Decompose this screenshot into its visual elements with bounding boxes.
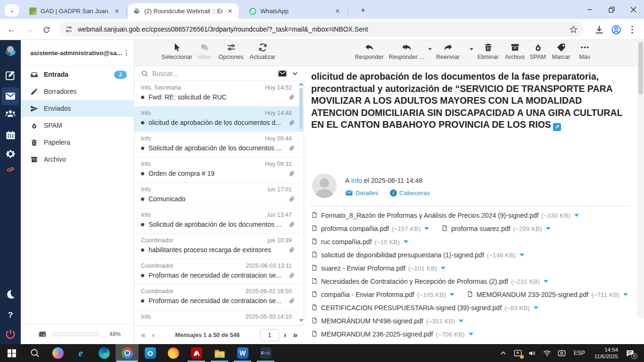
tray-window-notification-icon[interactable] [513, 349, 522, 358]
attachment-item[interactable]: Formato_8_Razón de Proformas y Análisis … [311, 212, 579, 220]
attachment-menu-caret-icon[interactable] [459, 320, 463, 322]
help-icon[interactable]: ? [0, 310, 21, 320]
attachment-name[interactable]: ruc compañia.pdf [321, 238, 372, 246]
attachment-menu-caret-icon[interactable] [534, 306, 538, 309]
mail-list-item[interactable]: Info2025-05-30 14:10 [134, 310, 304, 325]
message-scroll-thumb[interactable] [638, 42, 643, 95]
browser-tab-roundcube[interactable]: (2) Roundcube Webmail :: Envia✕ [128, 3, 239, 19]
sidebar-item-borradores[interactable]: Borradores [21, 83, 134, 100]
next-page-button[interactable]: › [284, 330, 287, 340]
attachment-item[interactable]: MEMORANDUM 233-2025-signed.pdf(~711 KB) [467, 291, 628, 299]
sidebar-item-spam[interactable]: SPAM [21, 117, 134, 134]
mail-list-item[interactable]: Coordinador2025-06-03 13:11Proformas de … [134, 259, 304, 285]
attachment-menu-caret-icon[interactable] [469, 333, 473, 336]
forward-button[interactable]: → [24, 24, 35, 35]
tray-clock[interactable]: 14:54 11/6/2025 [594, 346, 618, 360]
first-page-button[interactable]: « [141, 330, 145, 340]
recipient-link[interactable]: Info [351, 177, 362, 184]
taskbar-edge-icon[interactable] [92, 344, 116, 362]
msg-toolbar-forward-button[interactable]: Reenviar [428, 42, 468, 60]
attachment-menu-caret-icon[interactable] [520, 254, 524, 256]
attachment-item[interactable]: ruc compañia.pdf(~10 KB) [311, 238, 408, 246]
bookmark-star-icon[interactable] [569, 25, 578, 34]
search-scope-mail-icon[interactable] [278, 69, 287, 78]
taskbar-acrobat-icon[interactable] [185, 344, 208, 362]
browser-menu-icon[interactable] [627, 25, 637, 35]
sidebar-item-entrada[interactable]: Entrada2 [21, 66, 134, 83]
attachment-item[interactable]: solicitud de disponibilidad presupuestar… [311, 251, 524, 259]
tray-language[interactable]: ESP [574, 350, 585, 356]
list-scrollbar-bottom[interactable] [299, 319, 303, 322]
new-tab-button[interactable]: + [357, 5, 369, 17]
contacts-icon[interactable] [0, 108, 21, 119]
address-bar[interactable]: webmail.sanjuan.gob.ec/cpsess0865726561/… [59, 22, 584, 37]
attachment-menu-caret-icon[interactable] [424, 227, 429, 230]
calendar-icon[interactable] [0, 130, 21, 140]
compose-icon[interactable] [0, 70, 21, 81]
restore-button[interactable] [601, 0, 622, 19]
account-menu-icon[interactable]: ⋮ [123, 52, 130, 54]
attachment-name[interactable]: CERTIFICACION PRESUPUESTARIA-signed (39)… [321, 304, 502, 312]
msg-toolbar-reply-button[interactable]: Responder [349, 42, 389, 60]
mail-list-item[interactable]: InfoHoy 14:48olicitud de aprobación de l… [134, 107, 304, 132]
profile-avatar-icon[interactable] [611, 25, 621, 35]
list-toolbar-opciones-button[interactable]: Opciones [215, 42, 247, 60]
attachment-name[interactable]: compañia - Enviar Proforma.pdf [321, 291, 414, 298]
tray-notifications-icon[interactable]: 5 [626, 349, 635, 358]
message-scrollbar[interactable] [637, 40, 644, 318]
open-in-new-window-icon[interactable]: ↗ [553, 123, 561, 131]
tab-close-icon[interactable]: ✕ [113, 8, 121, 15]
taskbar-start-icon[interactable] [0, 344, 23, 362]
tray-wifi-icon[interactable] [543, 349, 552, 358]
mail-list-item[interactable]: InfoHoy 09:31Orden de compra # 19 [134, 157, 304, 183]
attachment-name[interactable]: MEMORANDUM 233-2025-signed.pdf [477, 291, 588, 298]
attachment-name[interactable]: solicitud de disponibilidad presupuestar… [321, 251, 484, 259]
reload-button[interactable] [41, 24, 52, 35]
attachment-name[interactable]: proforma compañia.pdf [321, 225, 389, 232]
browser-tab-gad[interactable]: GAD | GADPR San Juan |✕ [25, 3, 125, 19]
msg-toolbar-replyall-button[interactable]: Responder ... [387, 42, 426, 60]
logout-power-icon[interactable] [0, 329, 21, 340]
taskbar-firefox-icon[interactable] [162, 344, 185, 362]
mail-list-item[interactable]: Coordinador2025-06-02 16:50Proformas de … [134, 285, 304, 310]
tray-screen-share-icon[interactable] [557, 349, 566, 358]
attachment-item[interactable]: Necesidades de Contratación y Recepción … [311, 278, 548, 286]
taskbar-copilot-icon[interactable] [46, 344, 69, 362]
attachment-menu-caret-icon[interactable] [546, 227, 551, 230]
attachment-item[interactable]: MEMORANDUM 236-2025-signed.pdf(~706 KB) [311, 330, 473, 338]
headers-link[interactable]: Cabeceras [399, 189, 430, 197]
page-number-input[interactable] [260, 329, 279, 341]
attachment-name[interactable]: MEMORANDUM 236-2025-signed.pdf [321, 330, 433, 338]
settings-gear-icon[interactable] [0, 148, 21, 159]
mail-list-item[interactable]: Infolun 13:47Solicitud de aprobación de … [134, 208, 304, 234]
sidebar-item-papelera[interactable]: Papelera [21, 134, 134, 151]
attachment-item[interactable]: proforma suarez.pdf(~299 KB) [441, 225, 550, 233]
mail-list-item[interactable]: InfoHoy 09:44Solicitud de aprobación de … [134, 132, 304, 157]
attachment-item[interactable]: CERTIFICACION PRESUPUESTARIA-signed (39)… [311, 304, 538, 312]
attachment-item[interactable]: proforma compañia.pdf(~157 KB) [311, 225, 429, 233]
taskbar-search-icon[interactable] [23, 344, 46, 362]
back-button[interactable]: ← [6, 24, 17, 35]
attachment-name[interactable]: proforma suarez.pdf [451, 225, 510, 232]
mail-list-item[interactable]: Coordinadorjue 10:39habilitantes proceso… [134, 234, 304, 259]
details-link[interactable]: Detalles [355, 189, 379, 197]
minimize-button[interactable] [579, 0, 601, 19]
attachment-item[interactable]: suarez - Enviar Proforma.pdf(~101 KB) [311, 264, 446, 272]
attachment-menu-caret-icon[interactable] [544, 280, 548, 283]
list-scroll-thumb[interactable] [299, 88, 303, 129]
tab-close-icon[interactable]: ✕ [334, 8, 341, 15]
close-window-button[interactable] [622, 0, 644, 19]
last-page-button[interactable]: » [293, 330, 297, 340]
taskbar-word-icon[interactable]: W [231, 344, 254, 362]
attachment-name[interactable]: MEMORÁNDUM Nº498-signed.pdf [321, 317, 423, 325]
taskbar-ie-icon[interactable]: e [69, 344, 92, 362]
search-options-chevron-icon[interactable] [292, 70, 298, 77]
attachment-name[interactable]: suarez - Enviar Proforma.pdf [321, 264, 405, 272]
attachment-menu-caret-icon[interactable] [574, 214, 579, 217]
attachment-item[interactable]: compañia - Enviar Proforma.pdf(~105 KB) [311, 291, 454, 299]
cpanel-icon[interactable]: cP [0, 165, 21, 174]
attachment-item[interactable]: MEMORÁNDUM Nº498-signed.pdf(~351 KB) [311, 317, 463, 325]
tab-close-icon[interactable]: ✕ [226, 8, 234, 15]
site-settings-icon[interactable] [65, 25, 73, 33]
mail-list-item[interactable]: Infolun 17:01Comunicado [134, 183, 304, 208]
